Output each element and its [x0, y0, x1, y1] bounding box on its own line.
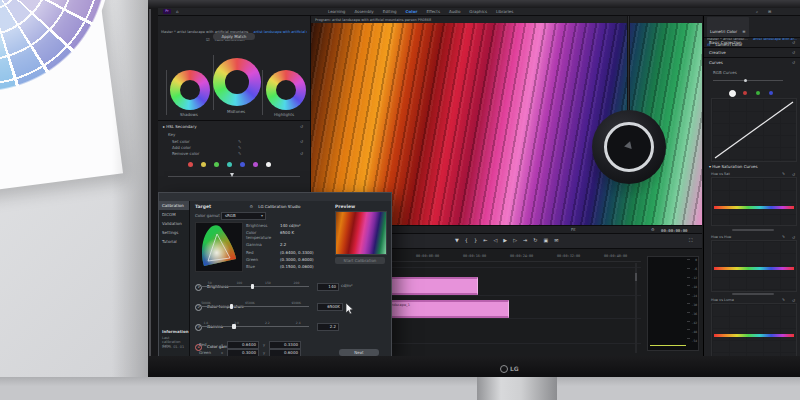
section-basic-correction[interactable]: Basic Correction [709, 40, 742, 45]
gamma-slider[interactable]: 1.8 2.0 2.2 2.4 [199, 326, 309, 327]
step-back-icon[interactable]: ◁ [493, 237, 497, 243]
dialog-title-bar[interactable]: ⚙ LG Calibration Studio [159, 193, 391, 201]
swatch-red[interactable] [188, 162, 193, 167]
clip-link[interactable]: artist landscape with artificial mountai… [254, 30, 307, 34]
workspace-icon[interactable]: ⊞ [768, 9, 771, 14]
eyedropper-icon[interactable]: ✎ [782, 235, 785, 239]
section-curves[interactable]: Curves [709, 60, 723, 65]
panel-divider-pill[interactable] [732, 293, 774, 295]
brightness-slider[interactable]: 50 100 150 200 [199, 286, 309, 287]
color-temp-slider-handle[interactable] [230, 304, 234, 309]
swatch-cyan[interactable] [227, 162, 232, 167]
reset-icon[interactable]: ↺ [792, 60, 795, 65]
sidebar-item-settings[interactable]: Settings [159, 228, 189, 237]
go-to-in-icon[interactable]: ⇤ [483, 237, 487, 243]
gamma-value-box[interactable]: 2.2 [317, 323, 339, 331]
rgb-curve-chart[interactable] [711, 98, 797, 162]
face-detection-checkbox[interactable]: ☑ [206, 37, 210, 42]
curves-intensity-handle[interactable] [744, 79, 747, 82]
brightness-slider-handle[interactable] [251, 284, 255, 289]
hsl-reset-icon[interactable]: ↺ [300, 124, 303, 129]
panel-divider-pill[interactable] [732, 229, 774, 231]
gamut-green-x[interactable]: 0.3000 [227, 349, 259, 356]
program-tab-label[interactable]: Program: artist landscape with artificia… [315, 18, 615, 22]
sidebar-item-calibration[interactable]: Calibration [159, 201, 189, 210]
tab-color[interactable]: Color [406, 9, 418, 14]
gamut-red-x[interactable]: 0.6400 [227, 341, 259, 349]
sidebar-item-tutorial[interactable]: Tutorial [159, 237, 189, 246]
tick-label: 2.4 [296, 321, 301, 325]
curves-intensity-slider[interactable] [713, 80, 783, 81]
eyedropper-icon[interactable]: ✎ [782, 298, 785, 302]
hue-vs-luma-chart[interactable] [711, 303, 797, 356]
hue-vs-hue-label: Hue vs Hue [711, 235, 731, 239]
color-temp-value-box[interactable]: 6500K [317, 303, 343, 311]
key-reset-icon[interactable]: ↺ [300, 139, 303, 144]
remove-color-eyedropper-icon[interactable]: ✎ [238, 151, 241, 156]
hsl-range-slider[interactable] [168, 176, 300, 177]
monitor-settings-icon[interactable]: ⚙ [651, 227, 655, 232]
swatch-blue[interactable] [240, 162, 245, 167]
y-label: y [263, 343, 265, 347]
swatch-white[interactable] [266, 162, 271, 167]
tab-effects[interactable]: Effects [426, 9, 440, 14]
tab-learning[interactable]: Learning [328, 9, 345, 14]
key-reset-icon-2[interactable]: ↺ [300, 151, 303, 156]
tick-label: 1.8 [203, 321, 208, 325]
gamma-slider-handle[interactable] [232, 324, 236, 329]
gamut-red-y[interactable]: 0.3300 [269, 341, 301, 349]
dialog-title: LG Calibration Studio [258, 204, 300, 209]
color-gamut-dropdown[interactable]: sRGB ▾ [221, 212, 266, 220]
tick-label: 5000K [201, 301, 211, 305]
apply-match-button[interactable]: Apply Match [213, 33, 255, 40]
channel-white[interactable] [729, 90, 736, 97]
hue-vs-sat-chart[interactable] [711, 177, 797, 226]
export-frame-icon[interactable]: ✉ [554, 237, 558, 243]
lift-icon[interactable]: ▣ [543, 237, 548, 243]
add-color-eyedropper-icon[interactable]: ✎ [238, 145, 241, 150]
fullscreen-icon[interactable]: ⛶ [689, 237, 693, 244]
search-icon[interactable]: ⌕ [756, 9, 758, 14]
sidebar-item-validation[interactable]: Validation [159, 219, 189, 228]
loop-icon[interactable]: ↻ [533, 237, 537, 243]
swatch-green[interactable] [214, 162, 219, 167]
play-icon[interactable]: ▶ [503, 237, 507, 243]
tab-graphics[interactable]: Graphics [469, 9, 487, 14]
mark-in-icon[interactable]: { [465, 237, 468, 243]
hue-vs-hue-chart[interactable] [711, 240, 797, 292]
brightness-value-box[interactable]: 140 [317, 283, 339, 291]
hue-sat-curves-header[interactable]: ▾ Hue Saturation Curves [709, 164, 758, 169]
swatch-yellow[interactable] [201, 162, 206, 167]
swatch-magenta[interactable] [253, 162, 258, 167]
channel-blue[interactable] [769, 91, 773, 95]
fit-dropdown[interactable]: Fit [571, 227, 576, 232]
reset-icon[interactable]: ↺ [792, 50, 795, 55]
tab-audio[interactable]: Audio [449, 9, 460, 14]
channel-red[interactable] [743, 91, 747, 95]
tab-editing[interactable]: Editing [383, 9, 397, 14]
add-marker-icon[interactable]: ▼ [455, 237, 459, 243]
next-button[interactable]: Next [339, 349, 379, 356]
highlights-slider[interactable] [262, 70, 263, 115]
section-creative[interactable]: Creative [709, 50, 726, 55]
scrollbar-handle[interactable] [635, 273, 637, 281]
mark-out-icon[interactable]: } [474, 237, 477, 243]
home-icon[interactable]: ⌂ [176, 9, 179, 14]
go-to-out-icon[interactable]: ⇥ [523, 237, 527, 243]
hsl-range-handle[interactable] [230, 173, 234, 177]
color-temp-slider[interactable]: 5000K 6500K 9300K [199, 306, 309, 307]
set-color-eyedropper-icon[interactable]: ✎ [238, 139, 241, 144]
start-calibration-button[interactable]: Start Calibration [335, 257, 385, 264]
gamut-green-y[interactable]: 0.6000 [269, 349, 301, 356]
hsl-secondary-header[interactable]: ▸ HSL Secondary [163, 124, 197, 129]
step-forward-icon[interactable]: ▷ [513, 237, 517, 243]
reset-icon[interactable]: ↺ [792, 40, 795, 45]
sidebar-item-dicom[interactable]: DICOM [159, 210, 189, 219]
tab-libraries[interactable]: Libraries [496, 9, 513, 14]
channel-green[interactable] [756, 91, 760, 95]
tab-assembly[interactable]: Assembly [354, 9, 373, 14]
eyedropper-icon[interactable]: ✎ [782, 172, 785, 176]
timeline-clip-1[interactable] [377, 277, 478, 295]
shadows-slider[interactable] [166, 70, 167, 115]
timeline-clip-2[interactable]: artist landscape_1 [375, 300, 509, 318]
